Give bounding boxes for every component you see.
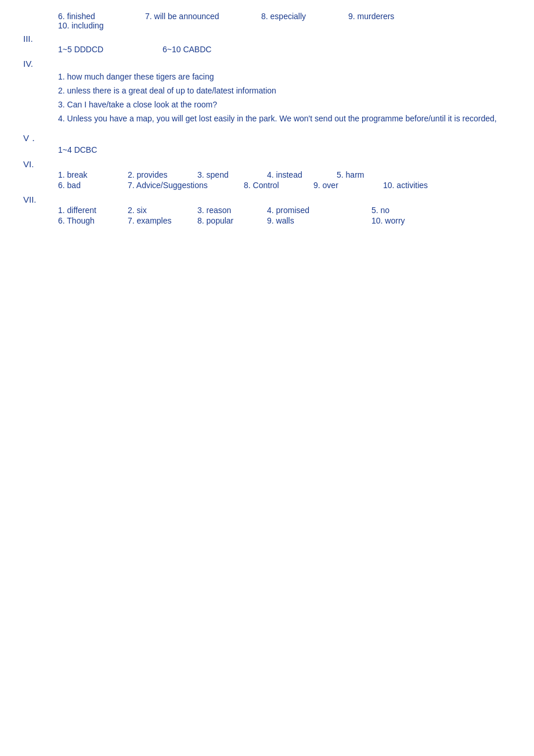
VI-item-7: 7. Advice/Suggestions bbox=[128, 181, 244, 190]
section-V-row-1: 1~4 DCBC bbox=[23, 145, 511, 154]
V-item-1: 1~4 DCBC bbox=[58, 145, 163, 154]
answer-item-7: 7. will be announced bbox=[145, 12, 261, 21]
top-answers-row: 6. finished 7. will be announced 8. espe… bbox=[23, 12, 511, 30]
VII-item-4: 4. promised bbox=[267, 206, 371, 215]
section-VII: VII. 1. different 2. six 3. reason 4. pr… bbox=[23, 195, 511, 225]
answer-item-9: 9. murderers bbox=[348, 12, 435, 21]
answer-item-10: 10. including bbox=[58, 21, 145, 30]
section-VI-label: VI. bbox=[23, 159, 511, 169]
VI-item-4: 4. instead bbox=[267, 170, 337, 179]
VI-item-9: 9. over bbox=[313, 181, 383, 190]
VI-item-8: 8. Control bbox=[244, 181, 313, 190]
IV-line-4: 4. Unless you have a map, you will get l… bbox=[23, 113, 511, 125]
VII-item-10: 10. worry bbox=[371, 216, 441, 225]
section-VI-row-1: 1. break 2. provides 3. spend 4. instead… bbox=[23, 170, 511, 179]
VII-item-9: 9. walls bbox=[267, 216, 371, 225]
section-III-label: III. bbox=[23, 34, 511, 44]
section-VI-row-2: 6. bad 7. Advice/Suggestions 8. Control … bbox=[23, 181, 511, 190]
section-VII-row-1: 1. different 2. six 3. reason 4. promise… bbox=[23, 206, 511, 215]
VI-item-10: 10. activities bbox=[383, 181, 453, 190]
VI-item-5: 5. harm bbox=[337, 170, 406, 179]
VI-item-2: 2. provides bbox=[128, 170, 197, 179]
section-III: III. 1~5 DDDCD 6~10 CABDC bbox=[23, 34, 511, 54]
VII-item-1: 1. different bbox=[58, 206, 128, 215]
IV-line-3: 3. Can I have/take a close look at the r… bbox=[23, 99, 511, 111]
section-VII-label: VII. bbox=[23, 195, 511, 204]
section-IV-label: IV. bbox=[23, 59, 511, 69]
VII-item-3: 3. reason bbox=[197, 206, 267, 215]
section-V: V． 1~4 DCBC bbox=[23, 133, 511, 154]
VII-item-8: 8. popular bbox=[197, 216, 267, 225]
section-IV: IV. 1. how much danger these tigers are … bbox=[23, 59, 511, 125]
section-VII-row-2: 6. Though 7. examples 8. popular 9. wall… bbox=[23, 216, 511, 225]
answer-item-6: 6. finished bbox=[58, 12, 145, 21]
VII-item-5: 5. no bbox=[371, 206, 441, 215]
section-III-row-1: 1~5 DDDCD 6~10 CABDC bbox=[23, 45, 511, 54]
section-VI: VI. 1. break 2. provides 3. spend 4. ins… bbox=[23, 159, 511, 190]
page-content: 6. finished 7. will be announced 8. espe… bbox=[23, 12, 511, 225]
section-V-label: V． bbox=[23, 133, 511, 144]
VI-item-3: 3. spend bbox=[197, 170, 267, 179]
IV-line-1: 1. how much danger these tigers are faci… bbox=[23, 71, 511, 83]
III-item-1: 1~5 DDDCD bbox=[58, 45, 163, 54]
VII-item-6: 6. Though bbox=[58, 216, 128, 225]
VII-item-7: 7. examples bbox=[128, 216, 197, 225]
VI-item-1: 1. break bbox=[58, 170, 128, 179]
III-item-2: 6~10 CABDC bbox=[163, 45, 267, 54]
IV-line-2: 2. unless there is a great deal of up to… bbox=[23, 85, 511, 97]
answer-item-8: 8. especially bbox=[261, 12, 348, 21]
VII-item-2: 2. six bbox=[128, 206, 197, 215]
VI-item-6: 6. bad bbox=[58, 181, 128, 190]
